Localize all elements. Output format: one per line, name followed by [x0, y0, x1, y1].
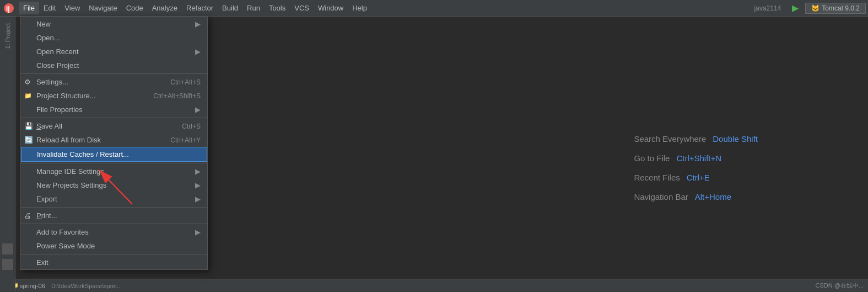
hint-goto-key: Ctrl+Shift+N [676, 153, 721, 163]
hint-recent-key: Ctrl+E [687, 173, 710, 182]
menu-item-new[interactable]: New ▶ [21, 17, 207, 31]
settings-icon: ⚙ [24, 78, 31, 86]
separator-2 [21, 118, 207, 118]
menu-new-arrow: ▶ [195, 20, 201, 28]
separator-6 [21, 254, 207, 254]
menu-save-all-label: Save All [36, 122, 62, 130]
hint-nav-key: Alt+Home [695, 192, 731, 201]
hint-search-label: Search Everywhere [634, 134, 706, 144]
menu-file-properties-arrow: ▶ [195, 105, 201, 114]
menu-item-print[interactable]: 🖨 Print... [21, 209, 207, 222]
menu-item-open-recent[interactable]: Open Recent ▶ [21, 45, 207, 59]
menu-item-invalidate-caches[interactable]: Invalidate Caches / Restart... [21, 147, 207, 162]
hint-recent-label: Recent Files [634, 173, 680, 182]
menu-analyze[interactable]: Analyze [148, 2, 182, 14]
menu-open-label: Open... [36, 34, 60, 42]
menu-vcs[interactable]: VCS [290, 2, 314, 14]
menu-item-settings[interactable]: ⚙ Settings... Ctrl+Alt+S [21, 75, 207, 89]
menu-open-recent-arrow: ▶ [195, 47, 201, 56]
menu-item-close-project[interactable]: Close Project [21, 59, 207, 72]
hint-row-recent: Recent Files Ctrl+E [634, 173, 758, 182]
menu-file[interactable]: File [19, 2, 39, 14]
bottombar-status: CSDN @在线中... [815, 282, 864, 290]
svg-text:ij: ij [6, 5, 10, 13]
tomcat-button[interactable]: 🐱 Tomcat 9.0.2 [805, 3, 866, 14]
menu-save-all-shortcut: Ctrl+S [182, 123, 201, 130]
menu-export-arrow: ▶ [195, 195, 201, 203]
hint-row-nav: Navigation Bar Alt+Home [634, 192, 758, 201]
menu-favorites-label: Add to Favorites [36, 228, 89, 236]
project-title: java2114 [754, 4, 781, 12]
menu-tools[interactable]: Tools [265, 2, 290, 14]
menu-item-save-all[interactable]: 💾 Save All Ctrl+S [21, 119, 207, 133]
menu-reload-label: Reload All from Disk [36, 136, 101, 144]
menu-export-label: Export [36, 195, 57, 203]
hint-nav-label: Navigation Bar [634, 192, 688, 201]
bottombar: ▶ 📁 spring-06 D:\IdeaWorkSpace\sprin... … [0, 279, 868, 292]
menu-navigate[interactable]: Navigate [84, 2, 121, 14]
menu-settings-label: Settings... [36, 78, 68, 86]
separator-1 [21, 73, 207, 74]
menu-build[interactable]: Build [218, 2, 242, 14]
menubar-right: java2114 ▶ 🐱 Tomcat 9.0.2 [754, 3, 866, 14]
save-icon: 💾 [24, 122, 33, 130]
separator-5 [21, 224, 207, 224]
menu-new-label: New [36, 20, 51, 28]
menu-item-project-structure[interactable]: 📁 Project Structure... Ctrl+Alt+Shift+S [21, 89, 207, 103]
menu-item-export[interactable]: Export ▶ [21, 192, 207, 206]
tomcat-icon: 🐱 [811, 4, 820, 12]
menu-invalidate-caches-label: Invalidate Caches / Restart... [37, 150, 129, 158]
menu-project-structure-shortcut: Ctrl+Alt+Shift+S [153, 92, 201, 100]
menubar: ij File Edit View Navigate Code Analyze … [0, 0, 868, 17]
menu-manage-ide-arrow: ▶ [195, 167, 201, 176]
menu-item-power-save[interactable]: Power Save Mode [21, 239, 207, 253]
bottombar-project-name: spring-06 [20, 283, 45, 289]
menu-item-open[interactable]: Open... [21, 31, 207, 45]
file-dropdown: New ▶ Open... Open Recent ▶ Close Projec… [20, 17, 208, 270]
menu-item-new-projects[interactable]: New Projects Settings ▶ [21, 178, 207, 192]
menu-project-structure-label: Project Structure... [36, 92, 96, 100]
menu-close-project-label: Close Project [36, 61, 79, 70]
bottombar-path-sep [47, 283, 49, 289]
menu-view[interactable]: View [60, 2, 84, 14]
menu-run[interactable]: Run [242, 2, 265, 14]
menu-refactor[interactable]: Refactor [182, 2, 218, 14]
hint-area: Search Everywhere Double Shift Go to Fil… [634, 134, 758, 201]
separator-4 [21, 207, 207, 208]
sidebar-icon-2[interactable] [2, 259, 13, 270]
menu-exit-label: Exit [36, 258, 48, 267]
app-logo: ij [2, 2, 15, 15]
sidebar-project-label[interactable]: 1: Project [3, 19, 12, 53]
menu-open-recent-label: Open Recent [36, 47, 79, 56]
sidebar: 1: Project [0, 17, 15, 292]
menu-help[interactable]: Help [348, 2, 371, 14]
menu-item-exit[interactable]: Exit [21, 256, 207, 269]
hint-goto-label: Go to File [634, 153, 670, 163]
project-structure-icon: 📁 [24, 92, 32, 99]
bottombar-project-path: D:\IdeaWorkSpace\sprin... [51, 283, 122, 289]
hint-row-goto: Go to File Ctrl+Shift+N [634, 153, 758, 163]
menu-item-favorites[interactable]: Add to Favorites ▶ [21, 225, 207, 239]
separator-3 [21, 163, 207, 163]
hint-row-search: Search Everywhere Double Shift [634, 134, 758, 144]
menu-file-properties-label: File Properties [36, 105, 83, 114]
sidebar-icon-1[interactable] [2, 243, 13, 254]
menu-edit[interactable]: Edit [39, 2, 60, 14]
green-run-arrow: ▶ [792, 3, 799, 13]
menu-settings-shortcut: Ctrl+Alt+S [170, 78, 201, 86]
menu-code[interactable]: Code [122, 2, 148, 14]
menu-item-manage-ide[interactable]: Manage IDE Settings ▶ [21, 164, 207, 178]
menu-manage-ide-label: Manage IDE Settings [36, 167, 104, 176]
menu-window[interactable]: Window [314, 2, 348, 14]
menu-new-projects-arrow: ▶ [195, 181, 201, 189]
menu-item-reload[interactable]: 🔄 Reload All from Disk Ctrl+Alt+Y [21, 133, 207, 147]
menu-reload-shortcut: Ctrl+Alt+Y [170, 136, 201, 144]
print-icon: 🖨 [24, 211, 31, 220]
menu-new-projects-label: New Projects Settings [36, 181, 106, 189]
menu-power-save-label: Power Save Mode [36, 242, 95, 250]
menu-item-file-properties[interactable]: File Properties ▶ [21, 103, 207, 116]
menu-print-label: Print... [36, 211, 57, 220]
reload-icon: 🔄 [24, 136, 33, 144]
hint-search-key: Double Shift [713, 134, 758, 144]
tomcat-label: Tomcat 9.0.2 [822, 4, 860, 12]
